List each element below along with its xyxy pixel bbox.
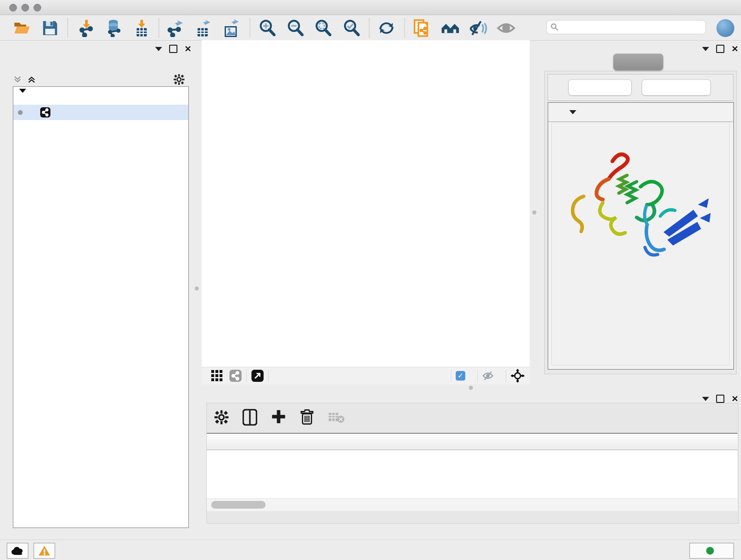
zoom-selected-icon[interactable] bbox=[342, 19, 361, 37]
import-table-icon[interactable] bbox=[132, 19, 151, 37]
float-panel-icon[interactable] bbox=[169, 45, 178, 53]
search-input[interactable] bbox=[559, 23, 705, 32]
results-panel-controls: ✕ bbox=[702, 45, 738, 53]
network-canvas[interactable] bbox=[202, 40, 530, 367]
vertical-splitter-handle-left[interactable] bbox=[195, 287, 199, 291]
table-panel-controls: ✕ bbox=[702, 395, 738, 403]
close-panel-icon[interactable]: ✕ bbox=[731, 395, 738, 402]
expand-collapse-box bbox=[548, 74, 733, 101]
toolbar-separator bbox=[250, 18, 250, 37]
protein-structure-image bbox=[564, 142, 715, 270]
netbar-separator bbox=[451, 369, 451, 382]
section-collapse-icon[interactable] bbox=[569, 110, 576, 114]
import-network-database-icon[interactable] bbox=[104, 19, 123, 37]
network-view-toolbar: ✓ bbox=[202, 367, 530, 384]
netbar-separator bbox=[268, 369, 269, 382]
delete-table-icon bbox=[328, 411, 345, 424]
export-table-icon[interactable] bbox=[193, 19, 212, 37]
network-collection-row[interactable] bbox=[13, 89, 188, 105]
warning-icon bbox=[38, 545, 51, 556]
title-bar bbox=[0, 0, 741, 15]
close-panel-icon[interactable]: ✕ bbox=[185, 46, 192, 52]
main-toolbar bbox=[0, 15, 741, 41]
gene-details bbox=[551, 122, 730, 365]
toolbar-separator bbox=[369, 18, 369, 37]
show-columns-icon[interactable] bbox=[243, 409, 257, 426]
warning-button[interactable] bbox=[33, 543, 55, 559]
hide-unhide-icon[interactable] bbox=[468, 19, 487, 37]
toolbar-separator bbox=[158, 18, 159, 37]
float-panel-icon[interactable] bbox=[716, 45, 724, 53]
table-options-gear-icon[interactable] bbox=[214, 410, 228, 424]
export-network-icon[interactable] bbox=[166, 19, 185, 37]
string-home-icon[interactable] bbox=[441, 19, 460, 37]
network-collection-bar bbox=[13, 73, 188, 86]
horizontal-splitter-handle[interactable] bbox=[469, 386, 473, 390]
network-status-dot bbox=[18, 110, 23, 115]
help-icon[interactable] bbox=[716, 19, 735, 37]
netbar-separator bbox=[477, 369, 478, 382]
fit-selected-crosshair-icon[interactable] bbox=[511, 369, 525, 383]
collapse-panel-icon[interactable] bbox=[702, 47, 709, 51]
minimize-window-button[interactable] bbox=[21, 4, 29, 11]
netbar-separator bbox=[506, 369, 506, 382]
zoom-fit-icon[interactable] bbox=[314, 19, 333, 37]
node-table bbox=[207, 433, 738, 511]
refresh-icon[interactable] bbox=[377, 19, 396, 37]
tab-string[interactable] bbox=[613, 54, 663, 70]
add-column-icon[interactable] bbox=[271, 410, 286, 425]
netbar-separator bbox=[246, 369, 247, 382]
import-network-icon[interactable] bbox=[77, 19, 96, 37]
cloud-button[interactable] bbox=[7, 543, 28, 559]
table-header-row bbox=[207, 434, 738, 450]
memory-status-dot bbox=[706, 547, 714, 555]
zoom-window-button[interactable] bbox=[33, 4, 41, 11]
bird-eye-icon[interactable] bbox=[497, 19, 515, 37]
documents-share-icon[interactable] bbox=[413, 19, 431, 37]
selected-nodes-checkbox[interactable]: ✓ bbox=[456, 371, 465, 381]
cytoscape-window: ✕ ✓ bbox=[0, 0, 741, 560]
network-row-selected[interactable] bbox=[13, 105, 188, 120]
collapse-panel-icon[interactable] bbox=[155, 47, 162, 51]
toolbar-separator bbox=[67, 18, 68, 37]
float-panel-icon[interactable] bbox=[716, 395, 724, 403]
table-panel-body bbox=[206, 403, 738, 523]
close-panel-icon[interactable]: ✕ bbox=[731, 46, 738, 52]
search-icon bbox=[550, 23, 559, 31]
collapse-all-chevron-icon[interactable] bbox=[27, 75, 37, 84]
cloud-icon bbox=[11, 546, 24, 555]
network-options-gear-icon[interactable] bbox=[174, 74, 185, 85]
status-bar-divider bbox=[0, 540, 741, 540]
scrollbar-thumb[interactable] bbox=[211, 501, 266, 509]
tree-expander-icon[interactable] bbox=[19, 93, 26, 102]
grid-view-icon[interactable] bbox=[211, 369, 223, 382]
network-tree bbox=[13, 86, 189, 528]
close-window-button[interactable] bbox=[9, 4, 17, 11]
collapse-all-button[interactable] bbox=[642, 79, 711, 96]
vertical-splitter-handle-right[interactable] bbox=[532, 210, 536, 214]
search-field[interactable] bbox=[546, 20, 706, 34]
zoom-in-icon[interactable] bbox=[258, 19, 277, 37]
export-image-icon[interactable] bbox=[222, 19, 240, 37]
delete-column-icon[interactable] bbox=[300, 409, 314, 425]
expand-all-button[interactable] bbox=[568, 79, 631, 96]
gene-section-header[interactable] bbox=[548, 103, 733, 122]
collapse-panel-icon[interactable] bbox=[702, 397, 709, 401]
gene-section bbox=[548, 102, 734, 370]
memory-button[interactable] bbox=[689, 543, 734, 559]
hidden-eye-icon[interactable] bbox=[482, 371, 494, 381]
share-view-icon[interactable] bbox=[229, 369, 242, 382]
save-session-icon[interactable] bbox=[41, 19, 59, 37]
expand-all-chevron-icon[interactable] bbox=[13, 75, 22, 84]
table-horizontal-scrollbar[interactable] bbox=[207, 498, 738, 511]
control-panel-controls: ✕ bbox=[155, 45, 192, 53]
toolbar-separator bbox=[404, 18, 405, 37]
string-network-icon bbox=[40, 107, 51, 118]
open-in-window-icon[interactable] bbox=[251, 369, 264, 382]
open-session-icon[interactable] bbox=[12, 19, 31, 37]
zoom-out-icon[interactable] bbox=[286, 19, 305, 37]
